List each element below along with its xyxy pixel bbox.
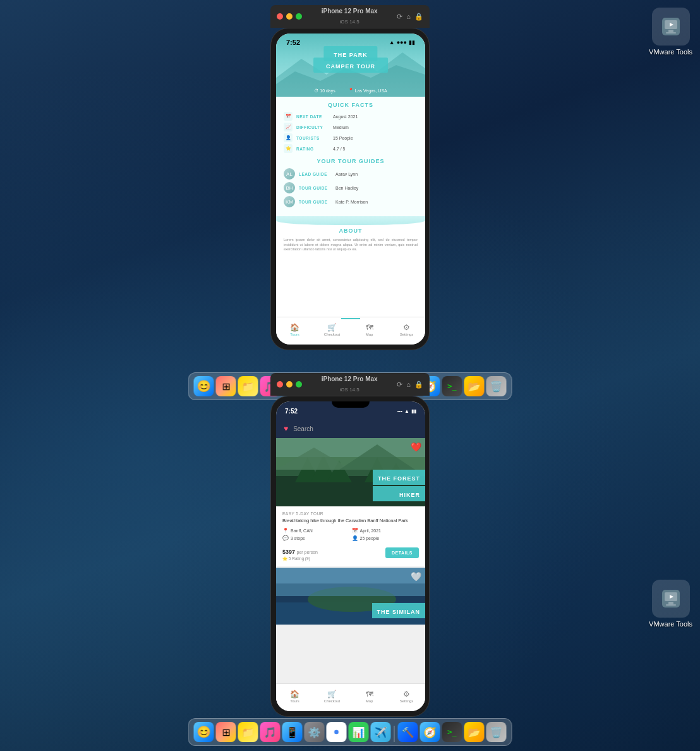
checkout-label-2: Checkout [324, 699, 340, 703]
guide-avatar-2: KM [284, 196, 295, 207]
nav-map-2[interactable]: 🗺 Map [351, 684, 388, 709]
nav-settings-2[interactable]: ⚙ Settings [388, 684, 425, 709]
dock2-touch[interactable]: 📂 [464, 722, 485, 742]
card-heart-similan[interactable]: 🤍 [411, 571, 421, 582]
dock2-system-pref[interactable]: ⚙️ [305, 722, 325, 742]
dock2-transit[interactable]: ✈️ [371, 722, 391, 742]
iphone-frame-2: 7:52 ••• ▲ ▮▮ ♥ Search [270, 396, 430, 717]
dock2-notes[interactable]: 📁 [238, 722, 258, 742]
card-price-area-forest: $397 per person ⭐ 5 Rating (9) [282, 545, 318, 561]
dock-terminal[interactable]: >_ [442, 376, 462, 396]
phone2-screen: 7:52 ••• ▲ ▮▮ ♥ Search [276, 401, 425, 711]
tours-icon-2: 🏠 [290, 690, 299, 699]
home-icon-1[interactable]: ⌂ [406, 13, 411, 20]
minimize-button-1[interactable] [286, 13, 293, 20]
traffic-lights-2 [277, 381, 302, 388]
dock2-chrome[interactable] [327, 722, 347, 742]
guides-title: YOUR TOUR GUIDES [284, 158, 418, 164]
guides-section: YOUR TOUR GUIDES AL LEAD GUIDE Aarav Lyn… [284, 158, 418, 207]
hero-meta-duration: ⏱ 10 days [314, 88, 335, 93]
battery-icon-2: ▮▮ [411, 408, 416, 414]
close-button-1[interactable] [277, 13, 283, 20]
card-title-forest: THE FOREST HIKER [373, 470, 425, 501]
dock2-xcode[interactable]: 🔨 [398, 722, 418, 742]
minimize-button-2[interactable] [286, 381, 293, 388]
search-input[interactable]: Search [293, 425, 418, 432]
card-price-suffix-forest: per person [297, 550, 318, 554]
vmware-tools-icon-top[interactable]: VMware Tools [649, 8, 692, 56]
vmware-tools-icon-bottom[interactable]: VMware Tools [649, 580, 692, 628]
titlebar-icons-1: ⟳ ⌂ 🔒 [397, 13, 423, 21]
vmware-tools-box-bottom [652, 580, 690, 618]
dock-launchpad[interactable]: ⊞ [216, 376, 236, 396]
maximize-button-2[interactable] [296, 381, 302, 388]
dock2-music[interactable]: 🎵 [260, 722, 281, 742]
phone1-screen: 7:52 ▲ ●●● ▮▮ THE PARK CAMPER TOU [276, 34, 425, 345]
card-title-text2-forest: HIKER [399, 492, 420, 498]
status-time-1: 7:52 [286, 39, 300, 46]
dock-notes[interactable]: 📁 [238, 376, 258, 396]
map-icon-2: 🗺 [366, 690, 373, 699]
search-bar[interactable]: ♥ Search [276, 419, 425, 438]
card-location-forest: 📍 Banff, CAN [282, 528, 350, 534]
card-description-forest: Breathtaking hike through the Canadian B… [282, 518, 419, 524]
location-text: Las Vegas, USA [355, 89, 387, 93]
home-icon-2[interactable]: ⌂ [406, 381, 411, 388]
rotate-icon-1[interactable]: ⟳ [397, 13, 402, 21]
hero-title-text2: CAMPER TOUR [326, 63, 375, 70]
svg-rect-3 [666, 32, 676, 34]
nav-checkout-1[interactable]: 🛒 Checkout [313, 317, 351, 342]
status-time-2: 7:52 [285, 408, 298, 415]
card-title-box1-forest: THE FOREST [373, 470, 425, 485]
card-heart-forest[interactable]: ❤️ [411, 442, 421, 452]
close-button-2[interactable] [277, 381, 283, 388]
guide-avatar-0: AL [284, 168, 295, 180]
vmware-label-top: VMware Tools [649, 48, 692, 56]
about-section: ABOUT Lorem ipsum dolor sit amet, consec… [276, 225, 425, 255]
rotate-icon-2[interactable]: ⟳ [397, 381, 402, 389]
settings-label-2: Settings [400, 699, 414, 703]
dock2-safari[interactable]: 🧭 [420, 722, 440, 742]
lock-icon-2[interactable]: 🔒 [414, 381, 423, 389]
fact-row-1: 📈 DIFFICULTY Medium [284, 123, 418, 131]
fact-icon-1: 📈 [284, 123, 293, 131]
lock-icon-1[interactable]: 🔒 [414, 13, 423, 21]
fact-value-0: August 2021 [333, 114, 358, 119]
dock2-activity[interactable]: 📊 [349, 722, 369, 742]
card-badge-forest: EASY 5-DAY TOUR [282, 511, 419, 516]
dock2-trash[interactable]: 🗑️ [486, 722, 507, 742]
card-rating-forest: ⭐ 5 Rating (9) [282, 556, 318, 561]
dock-finder[interactable]: 😊 [194, 376, 214, 396]
tour-card-forest: ❤️ THE FOREST HIKER EASY 5-DAY TOUR [276, 438, 425, 566]
nav-settings-1[interactable]: ⚙ Settings [388, 317, 425, 342]
dock2-appstore[interactable]: 📱 [282, 722, 303, 742]
hero-meta-location: 📍 Las Vegas, USA [348, 88, 387, 93]
dock2-terminal[interactable]: >_ [442, 722, 462, 742]
fact-row-3: ⭐ RATING 4.7 / 5 [284, 144, 418, 153]
details-button-forest[interactable]: DETAILS [385, 547, 419, 558]
nav-map-1[interactable]: 🗺 Map [351, 317, 388, 342]
nav-checkout-2[interactable]: 🛒 Checkout [313, 684, 351, 709]
location-text-forest: Banff, CAN [291, 528, 313, 533]
settings-icon-1: ⚙ [403, 323, 410, 332]
card-footer-forest: $397 per person ⭐ 5 Rating (9) DETAILS [282, 545, 419, 561]
stops-text-forest: 3 stops [291, 536, 305, 540]
dock2-launchpad[interactable]: ⊞ [216, 722, 236, 742]
dock-touch[interactable]: 📂 [464, 376, 485, 396]
dock-trash[interactable]: 🗑️ [486, 376, 507, 396]
battery-icon-1: ▮▮ [409, 39, 415, 46]
hero-meta: ⏱ 10 days 📍 Las Vegas, USA [276, 88, 425, 93]
dock2-finder[interactable]: 😊 [194, 722, 214, 742]
status-icons-2: ••• ▲ ▮▮ [397, 408, 416, 414]
card-price-forest: $397 [282, 549, 297, 555]
card-title-similan: THE SIMILAN [372, 603, 426, 620]
location-icon-forest: 📍 [282, 528, 289, 534]
titlebar-center-2: iPhone 12 Pro Max iOS 14.5 [302, 376, 397, 394]
card-image-forest: ❤️ THE FOREST HIKER [276, 438, 425, 506]
guide-name-2: Kate P. Morrison [335, 200, 368, 204]
nav-tours-2[interactable]: 🏠 Tours [276, 684, 313, 709]
nav-tours-1[interactable]: 🏠 Tours [276, 317, 313, 342]
maximize-button-1[interactable] [296, 13, 302, 20]
quick-facts-title: QUICK FACTS [284, 102, 418, 108]
people-text-forest: 25 people [360, 536, 380, 540]
